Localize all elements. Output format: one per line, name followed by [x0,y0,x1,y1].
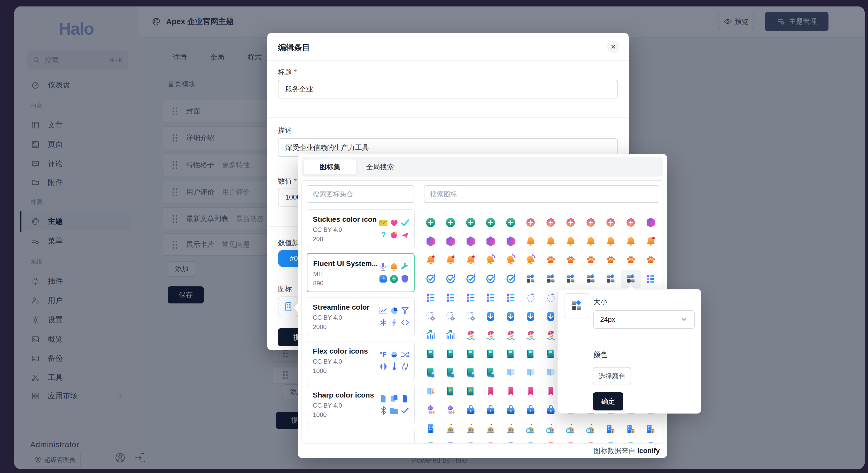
grid-icon-sync-check[interactable] [461,270,481,289]
grid-icon-umbrella[interactable] [461,326,481,345]
search-icons-input[interactable]: 搜索图标 [424,185,659,203]
icon-set-card-sharp-color-icons[interactable]: Sharp color icons CC BY 4.0 1000 [307,385,414,424]
grid-icon-add-burst[interactable] [541,213,561,232]
grid-icon-apps-list[interactable] [501,288,521,307]
grid-icon-book[interactable] [441,345,461,363]
grid-icon-umbrella[interactable] [501,326,521,345]
grid-icon-book-person[interactable] [421,363,441,382]
grid-icon-bell[interactable] [601,232,621,251]
grid-icon-book-open[interactable] [501,363,521,382]
grid-icon-briefcase[interactable] [521,401,541,419]
grid-icon-paw[interactable] [541,251,561,270]
grid-icon-bank[interactable] [441,419,461,438]
grid-icon-briefcase[interactable] [461,401,481,419]
grid-icon-book[interactable] [461,345,481,363]
icon-set-card-streamline-color[interactable]: Streamline color CC BY 4.0 2000 [307,297,414,336]
grid-icon-stub[interactable] [441,438,461,444]
grid-icon-building[interactable] [421,419,441,438]
grid-icon-book[interactable] [421,345,441,363]
grid-icon-bookmark[interactable] [521,382,541,401]
grid-icon-bank-search[interactable] [521,419,541,438]
grid-icon-bell-ring[interactable] [521,251,541,270]
grid-icon-sync-check[interactable] [421,270,441,289]
size-select[interactable]: 24px [593,310,695,329]
close-icon[interactable]: ✕ [607,40,619,53]
grid-icon-book-person[interactable] [441,363,461,382]
grid-icon-down-square[interactable] [501,307,521,326]
grid-icon-down-square[interactable] [481,307,501,326]
grid-icon-hex-agent[interactable] [641,213,661,232]
grid-icon-add-burst[interactable] [521,213,541,232]
grid-icon-add-circle[interactable] [421,213,441,232]
grid-icon-hex-agent[interactable] [421,232,441,251]
grid-icon-bell-badge[interactable] [641,232,661,251]
grid-icon-book-star[interactable] [461,382,481,401]
grid-icon-app-generic[interactable] [581,270,601,289]
grid-icon-app-generic[interactable] [561,270,581,289]
grid-icon-bank-search[interactable] [561,419,581,438]
grid-icon-add-burst[interactable] [621,213,641,232]
grid-icon-apps-list[interactable] [481,288,501,307]
grid-icon-book-person[interactable] [461,363,481,382]
grid-icon-bell[interactable] [581,232,601,251]
grid-icon-add-circle[interactable] [481,213,501,232]
grid-icon-paw[interactable] [601,251,621,270]
grid-icon-hex-agent[interactable] [461,232,481,251]
grid-icon-add-burst[interactable] [581,213,601,232]
grid-icon-bookmark[interactable] [501,382,521,401]
grid-icon-bell-badge[interactable] [461,251,481,270]
grid-icon-stub[interactable] [581,438,601,444]
grid-icon-briefcase[interactable] [481,401,501,419]
grid-icon-app-generic[interactable] [541,270,561,289]
grid-icon-robot[interactable] [441,401,461,419]
grid-icon-dash-sync[interactable] [521,288,541,307]
grid-icon-bell-badge[interactable] [441,251,461,270]
grid-icon-bldg-home[interactable] [601,419,621,438]
grid-icon-trend[interactable] [441,326,461,345]
grid-icon-paw[interactable] [641,251,661,270]
grid-icon-umbrella[interactable] [481,326,501,345]
grid-icon-down-square[interactable] [521,307,541,326]
grid-icon-add-circle[interactable] [461,213,481,232]
tab-icon-sets[interactable]: 图标集 [304,159,356,175]
icon-set-card-flex-color-icons[interactable]: Flex color icons CC BY 4.0 1000 °F [307,341,414,380]
grid-icon-trend[interactable] [421,326,441,345]
grid-icon-bell-ring[interactable] [501,251,521,270]
grid-icon-bank[interactable] [461,419,481,438]
grid-icon-apps-list[interactable] [461,288,481,307]
grid-icon-stub[interactable] [421,438,441,444]
grid-icon-stub[interactable] [501,438,521,444]
icon-set-card-stickies-color-icons[interactable]: Stickies color icons CC BY 4.0 200 ? [307,209,414,248]
grid-icon-apps-list[interactable] [441,288,461,307]
grid-icon-paw[interactable] [621,251,641,270]
grid-icon-hex-agent[interactable] [441,232,461,251]
iconify-link[interactable]: Iconify [637,447,660,455]
grid-icon-hex-agent[interactable] [501,232,521,251]
grid-icon-bell-ring[interactable] [481,251,501,270]
grid-icon-stub[interactable] [641,438,661,444]
grid-icon-dash-gear[interactable] [441,307,461,326]
grid-icon-book-star[interactable] [441,382,461,401]
grid-icon-umbrella[interactable] [521,326,541,345]
grid-icon-stub[interactable] [561,438,581,444]
grid-icon-add-circle[interactable] [501,213,521,232]
grid-icon-bell[interactable] [561,232,581,251]
grid-icon-stub[interactable] [601,438,621,444]
pick-color-button[interactable]: 选择颜色 [593,367,631,385]
grid-icon-bookmark[interactable] [481,382,501,401]
grid-icon-bell-badge[interactable] [421,251,441,270]
grid-icon-sync-check[interactable] [441,270,461,289]
grid-icon-stub[interactable] [621,438,641,444]
grid-icon-apps-list[interactable] [421,288,441,307]
tab-global-search[interactable]: 全局搜索 [366,157,394,177]
grid-icon-stub[interactable] [461,438,481,444]
grid-icon-book-rocket[interactable] [421,382,441,401]
grid-icon-apps-list[interactable] [641,270,661,289]
grid-icon-app-generic[interactable] [601,270,621,289]
grid-icon-bank[interactable] [481,419,501,438]
grid-icon-stub[interactable] [521,438,541,444]
grid-icon-bldg-home[interactable] [641,419,661,438]
grid-icon-book[interactable] [501,345,521,363]
icon-set-card-fluent-ui-system-[interactable]: Fluent UI System... MIT 890 [307,253,414,292]
confirm-button[interactable]: 确定 [593,392,623,410]
